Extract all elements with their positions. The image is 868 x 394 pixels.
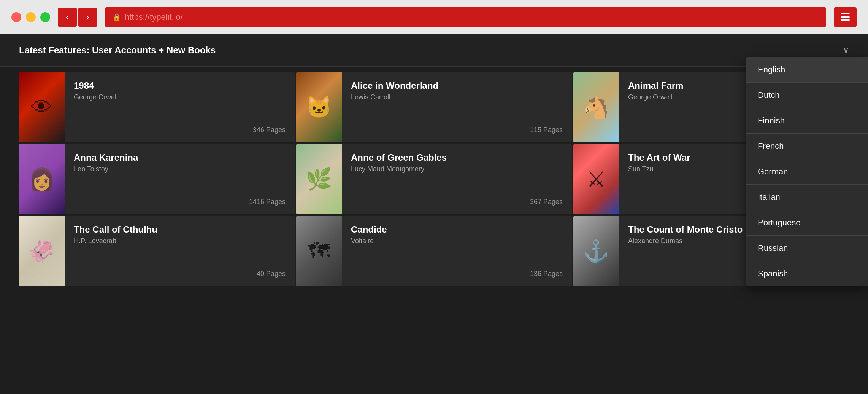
cover-icon-anna-karenina: 👩 [29,167,55,192]
banner-chevron-icon: ∨ [843,45,849,55]
back-button[interactable]: ‹ [58,8,77,27]
book-author-anna-karenina: Leo Tolstoy [74,165,286,173]
book-author-alice: Lewis Carroll [351,93,563,101]
cover-icon-alice: 🐱 [306,95,332,120]
cover-icon-candide: 🗺 [308,239,330,263]
book-cover-1984: 👁 [19,72,65,142]
nav-buttons: ‹ › [58,8,97,27]
book-cover-animal-farm: 🐴 [573,72,619,142]
language-option-portuguese[interactable]: Portuguese [746,210,868,235]
book-cover-anne-green-gables: 🌿 [296,144,342,214]
book-info-anne-green-gables: Anne of Green Gables Lucy Maud Montgomer… [342,144,572,214]
book-cover-monte-cristo: ⚓ [573,216,619,286]
traffic-lights [11,12,50,22]
book-card-alice[interactable]: 🐱 Alice in Wonderland Lewis Carroll 115 … [296,72,572,142]
cover-icon-monte-cristo: ⚓ [583,239,609,264]
book-pages-alice: 115 Pages [530,126,563,134]
book-cover-art-of-war: ⚔ [573,144,619,214]
book-info-1984: 1984 George Orwell 346 Pages [65,72,295,142]
book-pages-anna-karenina: 1416 Pages [249,198,286,206]
book-title-alice: Alice in Wonderland [351,80,563,91]
language-option-finnish[interactable]: Finnish [746,108,868,133]
book-author-candide: Voltaire [351,237,563,245]
language-dropdown: EnglishDutchFinnishFrenchGermanItalianPo… [746,57,868,286]
cover-icon-1984: 👁 [31,95,52,120]
language-option-italian[interactable]: Italian [746,185,868,210]
book-title-candide: Candide [351,224,563,235]
book-card-anna-karenina[interactable]: 👩 Anna Karenina Leo Tolstoy 1416 Pages [19,144,295,214]
book-title-anna-karenina: Anna Karenina [74,152,286,163]
book-cover-cthulhu: 🦑 [19,216,65,286]
language-option-german[interactable]: German [746,159,868,184]
book-author-1984: George Orwell [74,93,286,101]
book-card-cthulhu[interactable]: 🦑 The Call of Cthulhu H.P. Lovecraft 40 … [19,216,295,286]
address-bar[interactable]: 🔒 https://typelit.io/ [105,7,826,27]
book-cover-candide: 🗺 [296,216,342,286]
app-container: Latest Features: User Accounts + New Boo… [0,34,868,394]
books-grid: 👁 1984 George Orwell 346 Pages 🐱 Alice i… [0,70,868,288]
hamburger-icon [841,13,850,21]
book-card-anne-green-gables[interactable]: 🌿 Anne of Green Gables Lucy Maud Montgom… [296,144,572,214]
maximize-button[interactable] [40,12,50,22]
url-text: https://typelit.io/ [125,12,183,22]
announcement-banner[interactable]: Latest Features: User Accounts + New Boo… [0,34,868,67]
book-title-cthulhu: The Call of Cthulhu [74,224,286,235]
book-info-alice: Alice in Wonderland Lewis Carroll 115 Pa… [342,72,572,142]
book-card-candide[interactable]: 🗺 Candide Voltaire 136 Pages [296,216,572,286]
book-author-cthulhu: H.P. Lovecraft [74,237,286,245]
banner-text: Latest Features: User Accounts + New Boo… [19,45,216,56]
cover-icon-cthulhu: 🦑 [29,239,55,264]
book-card-1984[interactable]: 👁 1984 George Orwell 346 Pages [19,72,295,142]
browser-chrome: ‹ › 🔒 https://typelit.io/ [0,0,868,34]
lock-icon: 🔒 [113,13,121,21]
forward-button[interactable]: › [78,8,97,27]
book-title-1984: 1984 [74,80,286,91]
book-cover-alice: 🐱 [296,72,342,142]
language-option-dutch[interactable]: Dutch [746,83,868,108]
book-info-cthulhu: The Call of Cthulhu H.P. Lovecraft 40 Pa… [65,216,295,286]
book-cover-anna-karenina: 👩 [19,144,65,214]
language-option-french[interactable]: French [746,134,868,159]
book-info-anna-karenina: Anna Karenina Leo Tolstoy 1416 Pages [65,144,295,214]
minimize-button[interactable] [26,12,36,22]
language-option-russian[interactable]: Russian [746,236,868,261]
cover-icon-anne-green-gables: 🌿 [306,167,332,192]
book-pages-1984: 346 Pages [253,126,286,134]
book-title-anne-green-gables: Anne of Green Gables [351,152,563,163]
language-option-english[interactable]: English [746,57,868,82]
menu-button[interactable] [834,7,857,27]
cover-icon-animal-farm: 🐴 [583,95,609,120]
close-button[interactable] [11,12,21,22]
book-pages-anne-green-gables: 367 Pages [530,198,563,206]
language-option-spanish[interactable]: Spanish [746,261,868,286]
book-author-anne-green-gables: Lucy Maud Montgomery [351,165,563,173]
book-pages-candide: 136 Pages [530,270,563,278]
book-pages-cthulhu: 40 Pages [257,270,286,278]
cover-icon-art-of-war: ⚔ [587,167,606,191]
book-info-candide: Candide Voltaire 136 Pages [342,216,572,286]
